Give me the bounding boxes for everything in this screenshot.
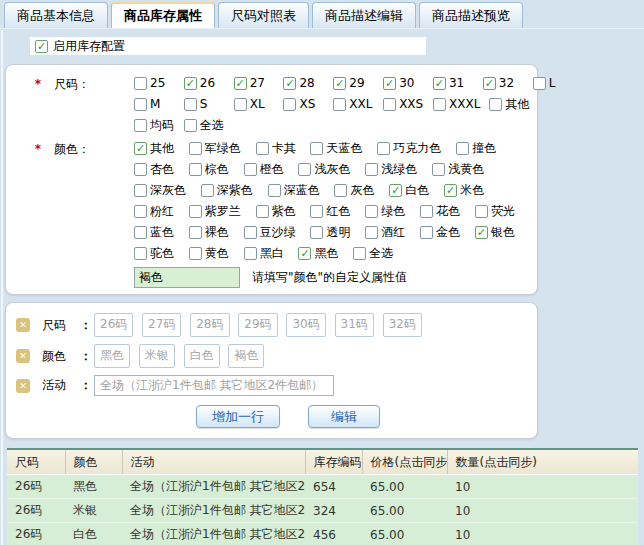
checkbox-option[interactable]: 浅绿色 [365,159,417,180]
tab-inventory-attributes[interactable]: 商品库存属性 [111,2,215,28]
checkbox-option[interactable]: XS [283,94,324,115]
checkbox[interactable] [333,77,346,90]
checkbox-option[interactable]: 军绿色 [189,138,241,159]
checkbox-option[interactable]: 巧克力色 [377,138,441,159]
checkbox[interactable] [433,77,446,90]
checkbox[interactable] [420,205,433,218]
tab-product-basic-info[interactable]: 商品基本信息 [4,2,108,28]
header-price-sync[interactable]: 价格(点击同步) [362,449,447,475]
checkbox[interactable] [134,77,147,90]
checkbox-option[interactable]: 深紫色 [201,180,253,201]
checkbox-option[interactable]: 其他 [134,138,174,159]
checkbox[interactable] [244,247,257,260]
checkbox[interactable] [201,184,214,197]
checkbox[interactable] [189,226,202,239]
checkbox[interactable] [134,142,147,155]
checkbox[interactable] [334,184,347,197]
checkbox-option[interactable]: 蓝色 [134,222,174,243]
checkbox-option[interactable]: 黑白 [244,243,284,264]
checkbox[interactable] [189,163,202,176]
checkbox-option[interactable]: 32 [483,73,524,94]
cell-price[interactable]: 65.00 [362,523,447,545]
checkbox[interactable] [244,226,257,239]
checkbox-option[interactable]: 黄色 [189,243,229,264]
checkbox[interactable] [134,184,147,197]
checkbox-option[interactable]: 白色 [389,180,429,201]
tab-description-edit[interactable]: 商品描述编辑 [312,2,416,28]
checkbox[interactable] [389,184,402,197]
checkbox-option[interactable]: 酒红 [365,222,405,243]
checkbox-option[interactable]: 浅灰色 [298,159,350,180]
tab-description-preview[interactable]: 商品描述预览 [419,2,523,28]
checkbox[interactable] [432,163,445,176]
checkbox-option[interactable]: 橙色 [244,159,284,180]
checkbox-option[interactable]: XL [234,94,275,115]
checkbox[interactable] [134,226,147,239]
checkbox[interactable] [234,98,247,111]
checkbox[interactable] [189,205,202,218]
remove-activity-icon[interactable]: ✕ [16,379,30,393]
checkbox-option[interactable]: 豆沙绿 [244,222,296,243]
checkbox-option[interactable]: XXS [383,94,424,115]
checkbox[interactable] [365,226,378,239]
checkbox[interactable] [420,226,433,239]
checkbox-option[interactable]: 全选 [184,115,225,136]
checkbox[interactable] [383,77,396,90]
checkbox[interactable] [310,205,323,218]
checkbox[interactable] [134,205,147,218]
checkbox[interactable] [383,98,396,111]
checkbox[interactable] [283,98,296,111]
checkbox[interactable] [310,226,323,239]
checkbox[interactable] [134,163,147,176]
checkbox-option[interactable]: 裸色 [189,222,229,243]
checkbox[interactable] [456,142,469,155]
checkbox-option[interactable]: 黑色 [298,243,338,264]
checkbox[interactable] [244,163,257,176]
checkbox-option[interactable]: 28 [283,73,324,94]
checkbox[interactable] [365,163,378,176]
checkbox[interactable] [483,77,496,90]
checkbox-option[interactable]: 银色 [475,222,515,243]
custom-color-input[interactable] [134,267,240,288]
checkbox-option[interactable]: 31 [433,73,474,94]
checkbox-option[interactable]: 花色 [420,201,460,222]
checkbox-option[interactable]: 撞色 [456,138,496,159]
remove-color-icon[interactable]: ✕ [16,349,30,363]
checkbox-option[interactable]: 均码 [134,115,175,136]
checkbox[interactable] [256,205,269,218]
checkbox[interactable] [268,184,281,197]
checkbox-option[interactable]: 紫色 [256,201,296,222]
checkbox[interactable] [533,77,546,90]
checkbox[interactable] [283,77,296,90]
checkbox-option[interactable]: 粉红 [134,201,174,222]
checkbox[interactable] [184,119,197,132]
checkbox[interactable] [189,142,202,155]
checkbox-option[interactable]: 杏色 [134,159,174,180]
checkbox-option[interactable]: 25 [134,73,175,94]
cell-price[interactable]: 65.00 [362,475,447,499]
enable-inventory-checkbox[interactable] [35,40,48,53]
checkbox-option[interactable]: S [184,94,225,115]
cell-qty[interactable]: 10 [447,499,638,523]
checkbox[interactable] [444,184,457,197]
checkbox[interactable] [134,98,147,111]
cell-qty[interactable]: 10 [447,523,638,545]
checkbox-option[interactable]: 深灰色 [134,180,186,201]
checkbox[interactable] [475,226,488,239]
checkbox[interactable] [256,142,269,155]
checkbox-option[interactable]: 米色 [444,180,484,201]
checkbox-option[interactable]: 透明 [310,222,350,243]
checkbox-option[interactable]: XXXL [433,94,480,115]
checkbox-option[interactable]: XXL [333,94,374,115]
checkbox-option[interactable]: 荧光 [475,201,515,222]
checkbox-option[interactable]: 灰色 [334,180,374,201]
checkbox-option[interactable]: M [134,94,175,115]
add-row-button[interactable]: 增加一行 [196,405,280,428]
checkbox-option[interactable]: 29 [333,73,374,94]
checkbox[interactable] [365,205,378,218]
checkbox-option[interactable]: 金色 [420,222,460,243]
checkbox[interactable] [184,98,197,111]
checkbox-option[interactable]: 驼色 [134,243,174,264]
checkbox[interactable] [298,247,311,260]
checkbox[interactable] [333,98,346,111]
